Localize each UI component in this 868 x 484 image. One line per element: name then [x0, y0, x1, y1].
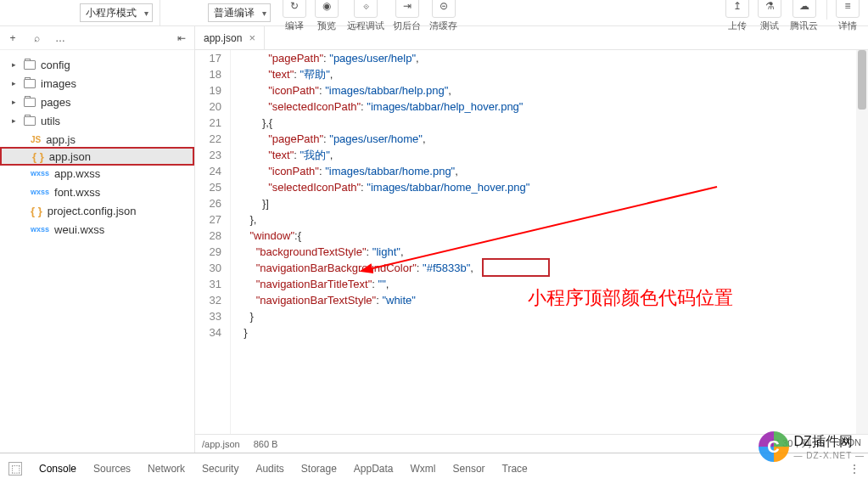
mode-select[interactable]: 小程序模式	[80, 3, 153, 22]
tab-title: app.json	[204, 32, 242, 44]
status-cursor: 行 30，列 45	[770, 437, 825, 450]
devtools-tab[interactable]: Sensor	[453, 463, 485, 475]
close-tab-icon[interactable]: ×	[249, 31, 255, 44]
file-tree-item[interactable]: wxssfont.wxss	[0, 183, 194, 201]
devtools-tab[interactable]: Console	[39, 463, 76, 475]
file-tree-item[interactable]: wxssweui.wxss	[0, 220, 194, 239]
add-file-icon[interactable]: +	[5, 31, 20, 46]
file-name: app.wxss	[54, 167, 100, 180]
inspect-icon[interactable]: ⬚	[8, 462, 22, 476]
editor-tab[interactable]: app.json ×	[195, 26, 265, 49]
file-name: app.json	[49, 150, 91, 163]
compile-select[interactable]: 普通编译	[208, 3, 271, 22]
toolbar: 小程序模式 普通编译 ↻编译◉预览⟐远程调试⇥切后台⊝清缓存 ↥上传⚗测试☁腾讯…	[0, 0, 868, 26]
file-tree: ▸config▸images▸pages▸utilsJSapp.js{ }app…	[0, 50, 194, 244]
file-name: pages	[41, 96, 70, 109]
file-tree-item[interactable]: JSapp.js	[0, 130, 194, 149]
file-explorer: + ⌕ … ⇤ ▸config▸images▸pages▸utilsJSapp.…	[0, 26, 195, 453]
json-icon: { }	[31, 205, 42, 217]
toolbar-right-3-button[interactable]: ≡	[836, 0, 860, 18]
collapse-panel-icon[interactable]: ⇤	[174, 31, 189, 46]
devtools-tab[interactable]: Audits	[255, 463, 283, 475]
code-content[interactable]: "pagePath": "pages/user/help", "text": "…	[231, 50, 529, 434]
wxss-icon: wxss	[31, 169, 49, 177]
devtools-tab[interactable]: Security	[202, 463, 238, 475]
devtools-tab[interactable]: Wxml	[411, 463, 436, 475]
devtools-tab[interactable]: Trace	[502, 463, 528, 475]
toolbar-main-4-button[interactable]: ⊝	[432, 0, 456, 18]
file-tree-item[interactable]: ▸pages	[0, 93, 194, 111]
toolbar-main-1-button[interactable]: ◉	[315, 0, 339, 18]
status-lang: JSON	[837, 437, 861, 450]
devtools-tab[interactable]: Network	[148, 463, 185, 475]
file-tree-item[interactable]: ▸utils	[0, 111, 194, 130]
file-tree-item[interactable]: ▸images	[0, 74, 194, 93]
toolbar-right-0-button[interactable]: ↥	[725, 0, 749, 18]
file-tree-item[interactable]: { }project.config.json	[0, 201, 194, 220]
devtools-tab[interactable]: Storage	[301, 463, 337, 475]
file-name: weui.wxss	[54, 223, 104, 236]
folder-icon	[24, 79, 36, 88]
file-tree-item[interactable]: { }app.json	[0, 147, 194, 166]
wxss-icon: wxss	[31, 225, 49, 234]
folder-icon	[24, 60, 36, 70]
devtools-bar: ⬚ ConsoleSourcesNetworkSecurityAuditsSto…	[0, 453, 868, 483]
file-tree-item[interactable]: wxssapp.wxss	[0, 164, 194, 183]
toolbar-main-3-button[interactable]: ⇥	[395, 0, 419, 18]
js-icon: JS	[31, 135, 41, 144]
folder-icon	[24, 98, 36, 107]
toolbar-right-1-button[interactable]: ⚗	[758, 0, 781, 18]
json-icon: { }	[32, 150, 44, 163]
devtools-tab[interactable]: Sources	[93, 463, 131, 475]
search-icon[interactable]: ⌕	[29, 31, 44, 46]
toolbar-right-2-button[interactable]: ☁	[792, 0, 816, 18]
file-name: project.config.json	[48, 205, 137, 217]
file-name: utils	[41, 115, 60, 127]
file-tree-item[interactable]: ▸config	[0, 55, 194, 74]
status-path: /app.json	[202, 439, 240, 449]
devtools-tab[interactable]: AppData	[354, 463, 394, 475]
vertical-scrollbar[interactable]	[856, 50, 868, 434]
code-editor: app.json × 17181920212223242526272829303…	[195, 26, 868, 453]
toolbar-main-2-button[interactable]: ⟐	[354, 0, 378, 18]
devtools-menu-icon[interactable]: ⋮	[849, 463, 860, 475]
file-name: font.wxss	[54, 186, 100, 199]
status-size: 860 B	[254, 439, 278, 449]
folder-icon	[24, 116, 36, 126]
more-icon[interactable]: …	[53, 31, 68, 46]
file-name: app.js	[46, 133, 76, 146]
file-name: images	[41, 77, 76, 90]
sidebar-tools: + ⌕ … ⇤	[0, 26, 194, 50]
file-name: config	[41, 59, 70, 71]
editor-statusbar: /app.json 860 B 行 30，列 45 JSON	[195, 434, 868, 453]
toolbar-main-0-button[interactable]: ↻	[283, 0, 306, 18]
wxss-icon: wxss	[31, 188, 49, 196]
line-gutter: 171819202122232425262728293031323334	[195, 50, 231, 434]
